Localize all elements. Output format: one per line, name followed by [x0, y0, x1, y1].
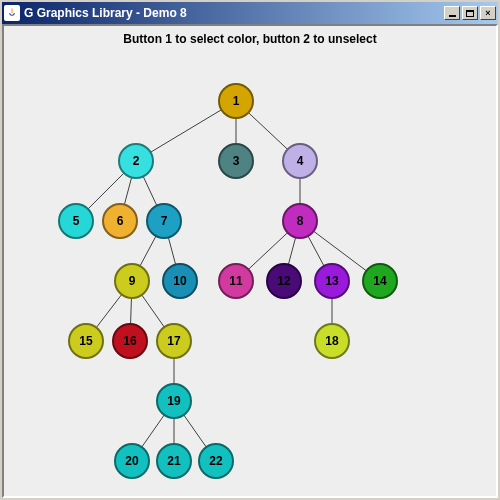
tree-node-label: 11 [229, 274, 243, 288]
tree-node-10[interactable]: 10 [163, 264, 197, 298]
tree-node-label: 17 [167, 334, 181, 348]
tree-node-1[interactable]: 1 [219, 84, 253, 118]
titlebar[interactable]: G Graphics Library - Demo 8 × [2, 2, 498, 24]
window-title: G Graphics Library - Demo 8 [24, 6, 442, 20]
tree-node-8[interactable]: 8 [283, 204, 317, 238]
tree-node-label: 21 [167, 454, 181, 468]
tree-node-label: 15 [79, 334, 93, 348]
tree-node-15[interactable]: 15 [69, 324, 103, 358]
tree-node-label: 18 [325, 334, 339, 348]
tree-node-12[interactable]: 12 [267, 264, 301, 298]
tree-node-9[interactable]: 9 [115, 264, 149, 298]
canvas-area[interactable]: Button 1 to select color, button 2 to un… [2, 24, 498, 498]
tree-node-5[interactable]: 5 [59, 204, 93, 238]
tree-node-18[interactable]: 18 [315, 324, 349, 358]
tree-node-label: 13 [325, 274, 339, 288]
tree-node-6[interactable]: 6 [103, 204, 137, 238]
tree-node-22[interactable]: 22 [199, 444, 233, 478]
tree-node-2[interactable]: 2 [119, 144, 153, 178]
minimize-button[interactable] [444, 6, 460, 20]
tree-node-label: 20 [125, 454, 139, 468]
tree-node-3[interactable]: 3 [219, 144, 253, 178]
tree-node-label: 1 [233, 94, 240, 108]
tree-node-16[interactable]: 16 [113, 324, 147, 358]
tree-node-label: 10 [173, 274, 187, 288]
tree-node-14[interactable]: 14 [363, 264, 397, 298]
tree-node-label: 12 [277, 274, 291, 288]
tree-node-label: 2 [133, 154, 140, 168]
tree-node-17[interactable]: 17 [157, 324, 191, 358]
tree-node-label: 7 [161, 214, 168, 228]
tree-node-label: 8 [297, 214, 304, 228]
tree-node-7[interactable]: 7 [147, 204, 181, 238]
tree-node-13[interactable]: 13 [315, 264, 349, 298]
tree-node-label: 6 [117, 214, 124, 228]
tree-node-4[interactable]: 4 [283, 144, 317, 178]
tree-node-21[interactable]: 21 [157, 444, 191, 478]
app-window: G Graphics Library - Demo 8 × Button 1 t… [0, 0, 500, 500]
tree-node-19[interactable]: 19 [157, 384, 191, 418]
tree-node-label: 3 [233, 154, 240, 168]
tree-node-11[interactable]: 11 [219, 264, 253, 298]
tree-node-label: 5 [73, 214, 80, 228]
maximize-button[interactable] [462, 6, 478, 20]
tree-node-20[interactable]: 20 [115, 444, 149, 478]
tree-graph: 12345678910111213141516171819202122 [4, 26, 496, 496]
tree-node-label: 4 [297, 154, 304, 168]
tree-node-label: 19 [167, 394, 181, 408]
tree-node-label: 9 [129, 274, 136, 288]
tree-node-label: 22 [209, 454, 223, 468]
close-button[interactable]: × [480, 6, 496, 20]
java-icon [4, 5, 20, 21]
tree-node-label: 16 [123, 334, 137, 348]
tree-node-label: 14 [373, 274, 387, 288]
